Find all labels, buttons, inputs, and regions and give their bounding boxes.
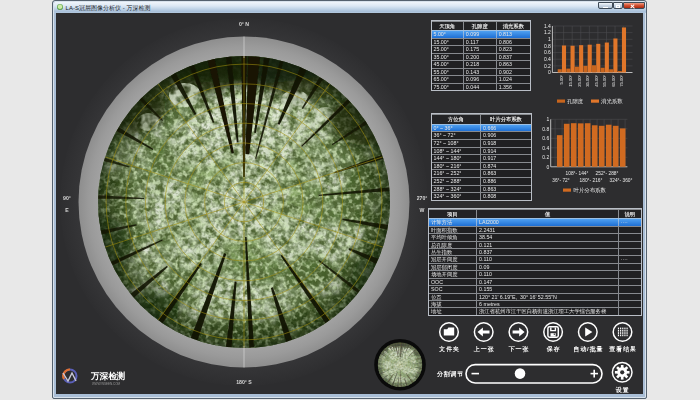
svg-text:上一张: 上一张	[473, 345, 495, 353]
svg-text:0.8: 0.8	[542, 126, 549, 132]
svg-text:0: 0	[546, 164, 549, 170]
svg-text:叶片分布系数: 叶片分布系数	[574, 187, 607, 194]
svg-text:180° S: 180° S	[236, 379, 252, 385]
svg-text:保存: 保存	[546, 346, 561, 353]
svg-text:0: 0	[548, 69, 551, 75]
svg-text:15.00°: 15.00°	[568, 74, 573, 86]
svg-text:下一张: 下一张	[508, 345, 530, 353]
svg-text:75.00°: 75.00°	[619, 74, 624, 86]
svg-text:252°- 288°: 252°- 288°	[596, 171, 619, 176]
svg-text:消光系数: 消光系数	[601, 98, 623, 105]
svg-text:108°- 144°: 108°- 144°	[566, 171, 589, 176]
svg-text:1.2: 1.2	[544, 29, 551, 35]
svg-text:65.00°: 65.00°	[611, 74, 616, 86]
svg-text:0.6: 0.6	[542, 135, 549, 141]
svg-text:0.2: 0.2	[544, 63, 551, 69]
svg-text:查看结果: 查看结果	[608, 345, 637, 353]
svg-text:1: 1	[546, 116, 549, 122]
svg-text:0° N: 0° N	[239, 21, 249, 27]
svg-text:自动/批量: 自动/批量	[573, 345, 603, 353]
svg-text:180°- 216°: 180°- 216°	[580, 178, 603, 183]
svg-text:0.4: 0.4	[544, 56, 551, 62]
svg-text:文件夹: 文件夹	[438, 345, 460, 353]
svg-text:36°- 72°: 36°- 72°	[552, 178, 570, 183]
svg-text:5.00°: 5.00°	[559, 74, 564, 84]
svg-text:E: E	[65, 207, 69, 213]
svg-text:35.00°: 35.00°	[585, 74, 590, 86]
svg-text:90°: 90°	[63, 195, 71, 201]
svg-text:25.00°: 25.00°	[577, 74, 582, 86]
svg-text:设置: 设置	[615, 386, 630, 393]
svg-text:270°: 270°	[417, 195, 428, 201]
svg-text:55.00°: 55.00°	[602, 74, 607, 86]
svg-text:孔隙度: 孔隙度	[567, 98, 584, 105]
svg-text:324°- 360°: 324°- 360°	[610, 178, 633, 183]
svg-text:1: 1	[548, 36, 551, 42]
svg-text:45.00°: 45.00°	[594, 74, 599, 86]
svg-text:分割调节: 分割调节	[436, 370, 464, 378]
svg-text:WWW.WSEEN.COM: WWW.WSEEN.COM	[92, 382, 120, 386]
svg-text:0.6: 0.6	[544, 49, 551, 55]
svg-text:万深检测: 万深检测	[90, 371, 125, 381]
svg-text:0.2: 0.2	[542, 154, 549, 160]
svg-text:W: W	[420, 207, 425, 213]
svg-text:0.8: 0.8	[544, 43, 551, 49]
svg-text:0.4: 0.4	[542, 145, 549, 151]
svg-text:1.4: 1.4	[544, 23, 551, 29]
